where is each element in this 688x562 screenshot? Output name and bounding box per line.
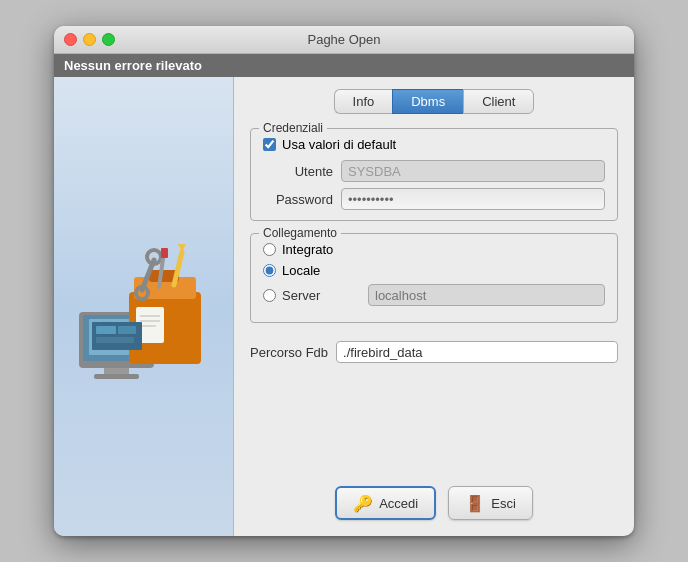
accedi-icon: 🔑 (353, 493, 373, 513)
password-label: Password (263, 192, 333, 207)
accedi-button[interactable]: 🔑 Accedi (335, 486, 436, 520)
close-button[interactable] (64, 33, 77, 46)
esci-icon: 🚪 (465, 493, 485, 513)
integrato-label: Integrato (282, 242, 333, 257)
server-label: Server (282, 288, 362, 303)
sidebar (54, 77, 234, 536)
sidebar-illustration (74, 222, 214, 392)
default-values-label: Usa valori di default (282, 137, 396, 152)
server-radio[interactable] (263, 289, 276, 302)
integrato-radio[interactable] (263, 243, 276, 256)
credenziali-legend: Credenziali (259, 121, 327, 135)
server-input[interactable] (368, 284, 605, 306)
locale-radio[interactable] (263, 264, 276, 277)
utente-label: Utente (263, 164, 333, 179)
svg-rect-4 (94, 374, 139, 379)
esci-button[interactable]: 🚪 Esci (448, 486, 533, 520)
window-title: Paghe Open (307, 32, 380, 47)
svg-rect-12 (161, 248, 168, 258)
maximize-button[interactable] (102, 33, 115, 46)
default-values-row: Usa valori di default (263, 137, 605, 152)
utente-row: Utente (263, 160, 605, 182)
password-row: Password (263, 188, 605, 210)
esci-label: Esci (491, 496, 516, 511)
server-row: Server (263, 284, 605, 306)
window-subtitle: Nessun errore rilevato (54, 54, 634, 77)
svg-rect-20 (96, 326, 116, 334)
credenziali-group: Credenziali Usa valori di default Utente… (250, 128, 618, 221)
minimize-button[interactable] (83, 33, 96, 46)
collegamento-group: Collegamento Integrato Locale Server (250, 233, 618, 323)
locale-label: Locale (282, 263, 320, 278)
percorso-label: Percorso Fdb (250, 345, 328, 360)
accedi-label: Accedi (379, 496, 418, 511)
integrato-row: Integrato (263, 242, 605, 257)
svg-marker-14 (178, 244, 186, 252)
main-window: Paghe Open Nessun errore rilevato (54, 26, 634, 536)
utente-input[interactable] (341, 160, 605, 182)
svg-rect-22 (96, 337, 134, 343)
window-body: Info Dbms Client Credenziali Usa valori … (54, 77, 634, 536)
default-values-checkbox[interactable] (263, 138, 276, 151)
percorso-row: Percorso Fdb (250, 335, 618, 369)
traffic-lights (64, 33, 115, 46)
tab-info[interactable]: Info (334, 89, 393, 114)
collegamento-legend: Collegamento (259, 226, 341, 240)
tab-dbms[interactable]: Dbms (392, 89, 463, 114)
locale-row: Locale (263, 263, 605, 278)
svg-rect-21 (118, 326, 136, 334)
tab-client[interactable]: Client (463, 89, 534, 114)
content-area: Info Dbms Client Credenziali Usa valori … (234, 77, 634, 536)
tab-bar: Info Dbms Client (250, 89, 618, 114)
percorso-input[interactable] (336, 341, 618, 363)
titlebar: Paghe Open (54, 26, 634, 54)
password-input[interactable] (341, 188, 605, 210)
button-bar: 🔑 Accedi 🚪 Esci (250, 474, 618, 524)
